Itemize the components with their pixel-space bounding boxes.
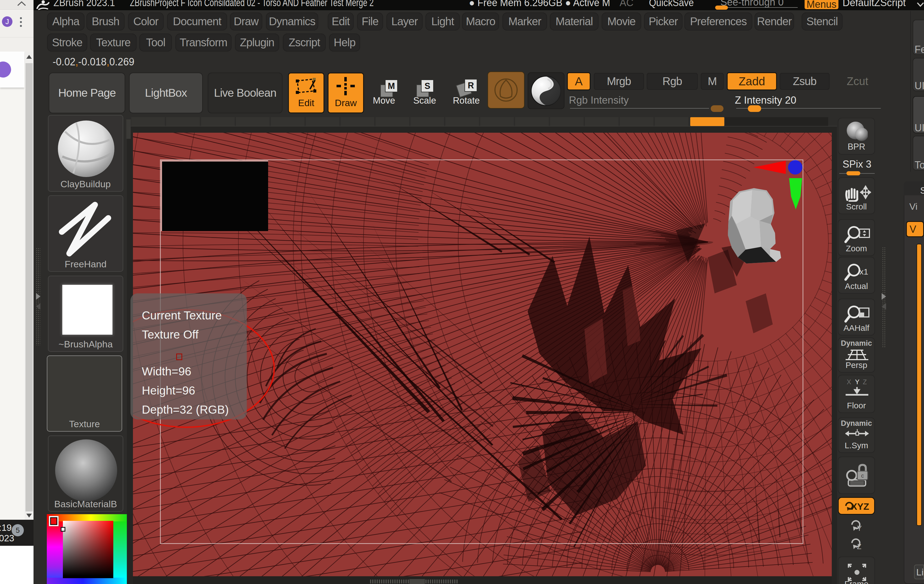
svg-text:Y: Y [855, 378, 860, 386]
svg-text:XYZ: XYZ [851, 501, 869, 512]
svg-text:Z: Z [863, 378, 867, 386]
svg-text:x1: x1 [860, 267, 868, 276]
svg-text:Z: Z [857, 543, 861, 550]
svg-text:Y: Y [857, 524, 862, 532]
svg-text:X: X [847, 378, 851, 386]
svg-text:c: c [861, 473, 864, 479]
